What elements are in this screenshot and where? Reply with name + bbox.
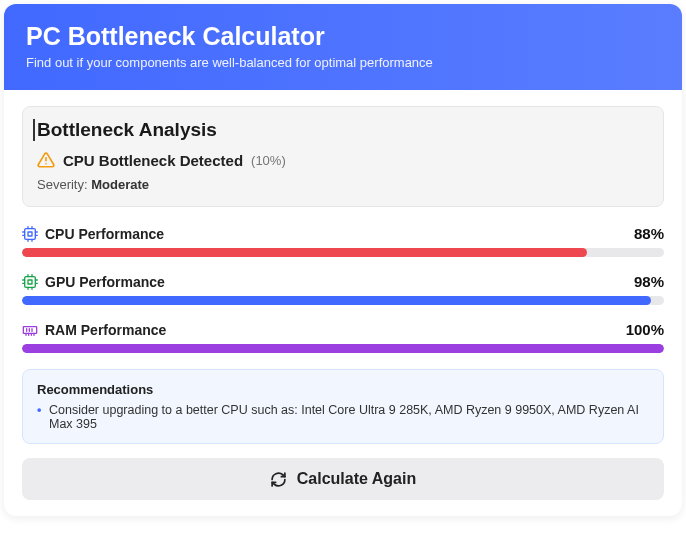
svg-rect-13 [28, 280, 32, 284]
recs-item: Consider upgrading to a better CPU such … [37, 403, 649, 431]
gpu-perf-label: GPU Performance [45, 274, 165, 290]
header: PC Bottleneck Calculator Find out if you… [4, 4, 682, 90]
gpu-bar-track [22, 296, 664, 305]
severity-label: Severity: [37, 177, 88, 192]
detection-pct: (10%) [251, 153, 286, 168]
calculate-again-button[interactable]: Calculate Again [22, 458, 664, 500]
ram-bar-fill [22, 344, 664, 353]
gpu-perf-row: GPU Performance 98% [22, 273, 664, 305]
analysis-heading: Bottleneck Analysis [33, 119, 649, 141]
warning-icon [37, 151, 55, 169]
recommendations-panel: Recommendations Consider upgrading to a … [22, 369, 664, 444]
calc-button-label: Calculate Again [297, 470, 416, 488]
ram-perf-value: 100% [626, 321, 664, 338]
severity-row: Severity: Moderate [37, 177, 649, 192]
ram-perf-label: RAM Performance [45, 322, 166, 338]
cpu-bar-fill [22, 248, 587, 257]
page-title: PC Bottleneck Calculator [26, 22, 660, 51]
analysis-panel: Bottleneck Analysis CPU Bottleneck Detec… [22, 106, 664, 207]
page-subtitle: Find out if your components are well-bal… [26, 55, 660, 70]
body: Bottleneck Analysis CPU Bottleneck Detec… [4, 90, 682, 516]
svg-rect-3 [28, 232, 32, 236]
cpu-perf-value: 88% [634, 225, 664, 242]
detection-label: CPU Bottleneck Detected [63, 152, 243, 169]
svg-rect-12 [25, 276, 36, 287]
gpu-bar-fill [22, 296, 651, 305]
recs-heading: Recommendations [37, 382, 649, 397]
gpu-perf-value: 98% [634, 273, 664, 290]
calculator-card: PC Bottleneck Calculator Find out if you… [4, 4, 682, 516]
svg-rect-2 [25, 228, 36, 239]
severity-value: Moderate [91, 177, 149, 192]
detection-row: CPU Bottleneck Detected (10%) [37, 151, 649, 169]
ram-bar-track [22, 344, 664, 353]
cpu-bar-track [22, 248, 664, 257]
ram-icon [22, 322, 38, 338]
gpu-icon [22, 274, 38, 290]
refresh-icon [270, 471, 287, 488]
cpu-icon [22, 226, 38, 242]
cpu-perf-row: CPU Performance 88% [22, 225, 664, 257]
cpu-perf-label: CPU Performance [45, 226, 164, 242]
ram-perf-row: RAM Performance 100% [22, 321, 664, 353]
recs-list: Consider upgrading to a better CPU such … [37, 403, 649, 431]
